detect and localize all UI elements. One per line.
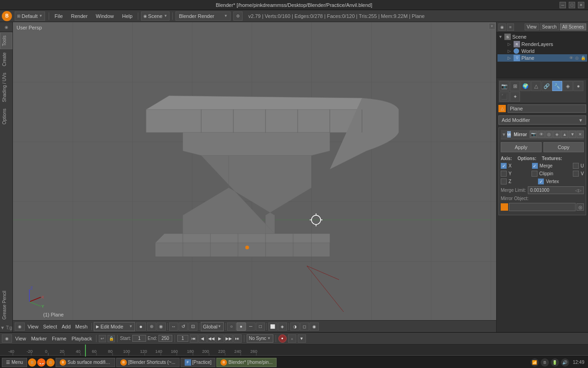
merge-checkbox[interactable]	[532, 163, 538, 169]
vp-view-menu[interactable]: View	[26, 323, 40, 330]
vertex-checkbox[interactable]	[538, 178, 544, 184]
plane-lock-btn[interactable]: 🔒	[581, 56, 586, 60]
object-name-field[interactable]: Plane	[508, 104, 586, 113]
tl-frame-menu[interactable]: Frame	[50, 335, 68, 342]
texture-v-checkbox[interactable]	[573, 171, 579, 177]
close-button[interactable]: ✕	[578, 2, 584, 8]
volume-icon[interactable]: 🔊	[561, 358, 569, 367]
merge-limit-field[interactable]: 0.001000 ◁▷	[528, 186, 584, 194]
menu-help[interactable]: Help	[119, 12, 136, 20]
loop-btn[interactable]: ↩	[99, 335, 106, 342]
plane-render-btn[interactable]: ◎	[575, 56, 579, 60]
sync-selector[interactable]: No Sync ▼	[247, 334, 273, 343]
viewport-rendered[interactable]: ◉	[310, 322, 319, 331]
scale-btn[interactable]: ⊡	[188, 322, 198, 331]
render-engine-selector[interactable]: Blender Render ▼	[175, 12, 231, 21]
tab-options[interactable]: Options	[0, 105, 12, 127]
taskbar-menu-btn[interactable]: ☰ Menu	[2, 358, 27, 367]
prop-data-icon[interactable]: ◈	[563, 81, 573, 91]
viewport[interactable]: User Persp +	[13, 22, 496, 332]
mod-eye-btn[interactable]: 👁	[537, 131, 545, 138]
mod-camera-btn[interactable]: 📷	[530, 131, 537, 138]
rotate-btn[interactable]: ↺	[179, 322, 188, 331]
viewport-corner-button[interactable]: +	[489, 23, 495, 29]
vp-select-menu[interactable]: Select	[41, 323, 59, 330]
outliner-world[interactable]: ▷ World	[498, 48, 587, 54]
record-btn[interactable]: ●	[278, 334, 287, 343]
mesh-select-face[interactable]: □	[256, 322, 265, 331]
axis-y-checkbox[interactable]	[501, 171, 507, 177]
mod-close-btn[interactable]: ✕	[577, 131, 584, 138]
clipping-checkbox[interactable]	[531, 171, 537, 177]
skip-end-btn[interactable]: ⏭	[233, 334, 242, 343]
axis-x-checkbox[interactable]	[501, 163, 507, 169]
task-practice[interactable]: F [Practice]	[181, 358, 216, 367]
texture-u-checkbox[interactable]	[573, 163, 579, 169]
skip-start-btn[interactable]: ⏮	[190, 334, 198, 343]
next-frame-btn[interactable]: ▶▶	[225, 334, 233, 343]
mirror-obj-input[interactable]	[509, 203, 576, 211]
copy-button[interactable]: Copy	[543, 142, 584, 152]
menu-file[interactable]: File	[51, 12, 67, 20]
vp-add-menu[interactable]: Add	[60, 323, 73, 330]
tab-grease-pencil[interactable]: Grease Pencil	[0, 288, 12, 323]
outliner-renderlayers[interactable]: ▷ R RenderLayers	[498, 40, 587, 48]
apply-button[interactable]: Apply	[501, 142, 542, 152]
prop-constraints-icon[interactable]: 🔗	[542, 81, 552, 91]
tab-tools[interactable]: Tools	[0, 32, 12, 49]
plane-vis-btn[interactable]: 👁	[569, 56, 573, 60]
prev-frame-btn[interactable]: ◀	[198, 334, 207, 343]
timeline-ruler[interactable]: -40 -20 0 20 40 60 80 100 120 140	[0, 345, 588, 356]
snap-type-btn[interactable]: ◉	[157, 322, 166, 331]
play-btn[interactable]: ▶	[216, 334, 224, 343]
prop-texture-icon[interactable]: ⬛	[499, 92, 509, 102]
outliner-plane[interactable]: ▷ ▽ Plane 👁 ◎ 🔒	[498, 54, 587, 62]
workspace-switcher[interactable]: ⊞ Default ▼	[15, 12, 45, 21]
transform-select[interactable]: ↔	[169, 322, 178, 331]
prop-layer-icon[interactable]: ⊞	[510, 81, 520, 91]
menu-render[interactable]: Render	[68, 12, 91, 20]
normal-mode[interactable]: ◈	[278, 322, 287, 331]
axis-z-checkbox[interactable]	[501, 178, 507, 184]
rp-filter-btn[interactable]: ≡	[507, 23, 514, 31]
network-icon[interactable]: 📶	[531, 358, 539, 367]
viewport-wire[interactable]: ◻	[300, 322, 309, 331]
edit-mode-selector[interactable]: ▶ Edit Mode ▼	[94, 322, 135, 331]
mesh-select-vert[interactable]: ●	[237, 322, 246, 331]
tl-marker-menu[interactable]: Marker	[29, 335, 49, 342]
task-subsurface[interactable]: B Sub surface modifier ...	[56, 358, 115, 367]
proportional-edit[interactable]: ○	[227, 322, 236, 331]
mod-render-btn[interactable]: ◎	[545, 131, 553, 138]
search-button[interactable]: Search	[540, 23, 559, 30]
keyframe-type-btn[interactable]: ▼	[298, 334, 306, 343]
prop-particles-icon[interactable]: ✦	[510, 92, 520, 102]
viewport-shading[interactable]: ◑	[290, 322, 300, 331]
snap-btn[interactable]: ⊕	[147, 322, 156, 331]
mirror-obj-pick-btn[interactable]: ◎	[577, 203, 584, 211]
play-back-btn[interactable]: ◀◀	[207, 334, 215, 343]
vp-mesh-menu[interactable]: Mesh	[74, 323, 90, 330]
viewport-3d[interactable]: User Persp +	[13, 22, 496, 320]
keyframe-btn[interactable]: ⬦	[288, 334, 296, 343]
maximize-button[interactable]: □	[569, 2, 575, 8]
prop-object-icon[interactable]: △	[531, 81, 541, 91]
timeline-menu-btn[interactable]: ◉	[2, 334, 12, 343]
modifier-expand[interactable]: ▼	[502, 132, 506, 137]
minimize-button[interactable]: ─	[560, 2, 566, 8]
view-button[interactable]: View	[525, 23, 539, 30]
tab-create[interactable]: Create	[0, 49, 12, 69]
start-frame[interactable]: 1	[132, 335, 146, 342]
current-frame[interactable]: 1	[177, 335, 188, 342]
mesh-select-edge[interactable]: ─	[246, 322, 255, 331]
prop-material-icon[interactable]: ●	[573, 81, 583, 91]
battery-icon[interactable]: 🔋	[551, 358, 559, 367]
taskbar-firefox-icon[interactable]: 🦊	[37, 358, 45, 367]
prop-modifier-icon[interactable]: 🔧	[552, 81, 562, 91]
pivot-selector[interactable]: ●	[136, 322, 146, 331]
lock-btn[interactable]: 🔒	[107, 335, 115, 342]
add-modifier-button[interactable]: Add Modifier ▼	[498, 115, 586, 125]
mod-expand3-btn[interactable]: ▼	[569, 131, 576, 138]
taskbar-blender2-icon[interactable]: B	[46, 358, 55, 367]
menu-window[interactable]: Window	[92, 12, 118, 20]
outliner-scene[interactable]: ▼ S Scene	[498, 33, 587, 40]
